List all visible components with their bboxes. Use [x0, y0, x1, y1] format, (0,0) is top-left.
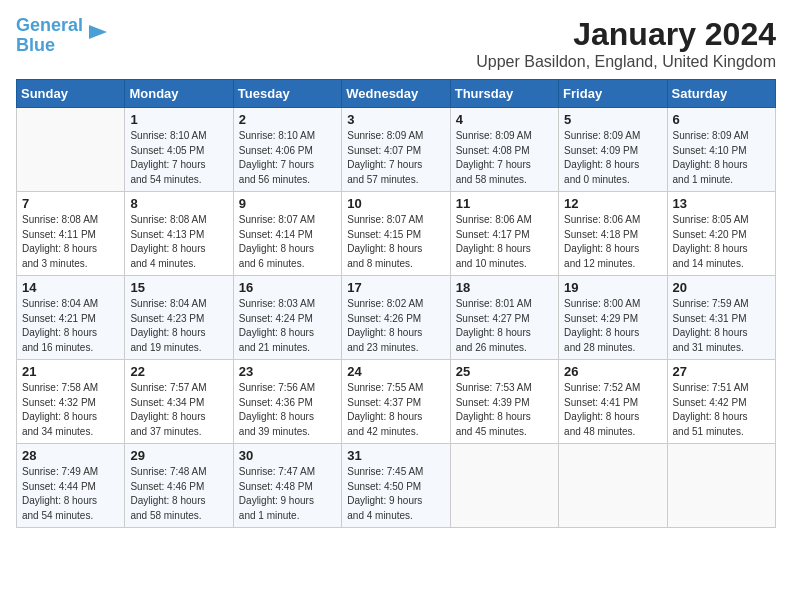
day-info: Sunrise: 8:09 AM Sunset: 4:07 PM Dayligh… — [347, 129, 444, 187]
day-info: Sunrise: 7:56 AM Sunset: 4:36 PM Dayligh… — [239, 381, 336, 439]
day-info: Sunrise: 7:48 AM Sunset: 4:46 PM Dayligh… — [130, 465, 227, 523]
day-header-friday: Friday — [559, 80, 667, 108]
day-info: Sunrise: 8:02 AM Sunset: 4:26 PM Dayligh… — [347, 297, 444, 355]
day-info: Sunrise: 8:06 AM Sunset: 4:17 PM Dayligh… — [456, 213, 553, 271]
logo: GeneralBlue — [16, 16, 109, 56]
day-info: Sunrise: 7:49 AM Sunset: 4:44 PM Dayligh… — [22, 465, 119, 523]
day-info: Sunrise: 7:58 AM Sunset: 4:32 PM Dayligh… — [22, 381, 119, 439]
day-info: Sunrise: 7:47 AM Sunset: 4:48 PM Dayligh… — [239, 465, 336, 523]
day-number: 10 — [347, 196, 444, 211]
calendar-cell: 5Sunrise: 8:09 AM Sunset: 4:09 PM Daylig… — [559, 108, 667, 192]
day-info: Sunrise: 8:08 AM Sunset: 4:13 PM Dayligh… — [130, 213, 227, 271]
day-info: Sunrise: 7:55 AM Sunset: 4:37 PM Dayligh… — [347, 381, 444, 439]
day-number: 15 — [130, 280, 227, 295]
day-info: Sunrise: 8:10 AM Sunset: 4:05 PM Dayligh… — [130, 129, 227, 187]
calendar-cell: 2Sunrise: 8:10 AM Sunset: 4:06 PM Daylig… — [233, 108, 341, 192]
day-number: 18 — [456, 280, 553, 295]
calendar-cell: 27Sunrise: 7:51 AM Sunset: 4:42 PM Dayli… — [667, 360, 775, 444]
calendar-cell — [559, 444, 667, 528]
day-number: 17 — [347, 280, 444, 295]
day-number: 22 — [130, 364, 227, 379]
calendar-cell: 30Sunrise: 7:47 AM Sunset: 4:48 PM Dayli… — [233, 444, 341, 528]
day-number: 30 — [239, 448, 336, 463]
day-number: 2 — [239, 112, 336, 127]
logo-text: GeneralBlue — [16, 16, 83, 56]
day-info: Sunrise: 8:09 AM Sunset: 4:10 PM Dayligh… — [673, 129, 770, 187]
calendar-cell: 10Sunrise: 8:07 AM Sunset: 4:15 PM Dayli… — [342, 192, 450, 276]
day-number: 24 — [347, 364, 444, 379]
day-header-thursday: Thursday — [450, 80, 558, 108]
calendar-cell: 18Sunrise: 8:01 AM Sunset: 4:27 PM Dayli… — [450, 276, 558, 360]
day-number: 25 — [456, 364, 553, 379]
day-number: 27 — [673, 364, 770, 379]
calendar-cell: 22Sunrise: 7:57 AM Sunset: 4:34 PM Dayli… — [125, 360, 233, 444]
calendar-week-row: 14Sunrise: 8:04 AM Sunset: 4:21 PM Dayli… — [17, 276, 776, 360]
svg-marker-0 — [89, 25, 107, 39]
day-info: Sunrise: 8:00 AM Sunset: 4:29 PM Dayligh… — [564, 297, 661, 355]
calendar-cell — [667, 444, 775, 528]
calendar-week-row: 7Sunrise: 8:08 AM Sunset: 4:11 PM Daylig… — [17, 192, 776, 276]
day-number: 21 — [22, 364, 119, 379]
calendar-cell — [450, 444, 558, 528]
day-info: Sunrise: 8:10 AM Sunset: 4:06 PM Dayligh… — [239, 129, 336, 187]
calendar-cell: 3Sunrise: 8:09 AM Sunset: 4:07 PM Daylig… — [342, 108, 450, 192]
calendar-cell: 12Sunrise: 8:06 AM Sunset: 4:18 PM Dayli… — [559, 192, 667, 276]
day-info: Sunrise: 8:07 AM Sunset: 4:15 PM Dayligh… — [347, 213, 444, 271]
day-header-tuesday: Tuesday — [233, 80, 341, 108]
calendar-cell: 29Sunrise: 7:48 AM Sunset: 4:46 PM Dayli… — [125, 444, 233, 528]
day-info: Sunrise: 7:52 AM Sunset: 4:41 PM Dayligh… — [564, 381, 661, 439]
logo-arrow-icon — [87, 21, 109, 43]
calendar-cell: 9Sunrise: 8:07 AM Sunset: 4:14 PM Daylig… — [233, 192, 341, 276]
calendar-cell: 15Sunrise: 8:04 AM Sunset: 4:23 PM Dayli… — [125, 276, 233, 360]
day-number: 11 — [456, 196, 553, 211]
day-number: 12 — [564, 196, 661, 211]
day-info: Sunrise: 7:51 AM Sunset: 4:42 PM Dayligh… — [673, 381, 770, 439]
day-number: 20 — [673, 280, 770, 295]
day-number: 23 — [239, 364, 336, 379]
day-info: Sunrise: 8:04 AM Sunset: 4:23 PM Dayligh… — [130, 297, 227, 355]
calendar-cell — [17, 108, 125, 192]
day-header-monday: Monday — [125, 80, 233, 108]
day-number: 4 — [456, 112, 553, 127]
calendar-cell: 6Sunrise: 8:09 AM Sunset: 4:10 PM Daylig… — [667, 108, 775, 192]
day-info: Sunrise: 8:05 AM Sunset: 4:20 PM Dayligh… — [673, 213, 770, 271]
day-number: 3 — [347, 112, 444, 127]
day-info: Sunrise: 8:09 AM Sunset: 4:09 PM Dayligh… — [564, 129, 661, 187]
calendar-cell: 25Sunrise: 7:53 AM Sunset: 4:39 PM Dayli… — [450, 360, 558, 444]
month-title: January 2024 — [476, 16, 776, 53]
calendar-cell: 8Sunrise: 8:08 AM Sunset: 4:13 PM Daylig… — [125, 192, 233, 276]
day-number: 13 — [673, 196, 770, 211]
day-info: Sunrise: 7:45 AM Sunset: 4:50 PM Dayligh… — [347, 465, 444, 523]
day-info: Sunrise: 8:03 AM Sunset: 4:24 PM Dayligh… — [239, 297, 336, 355]
day-header-wednesday: Wednesday — [342, 80, 450, 108]
calendar-week-row: 28Sunrise: 7:49 AM Sunset: 4:44 PM Dayli… — [17, 444, 776, 528]
calendar-cell: 7Sunrise: 8:08 AM Sunset: 4:11 PM Daylig… — [17, 192, 125, 276]
day-number: 9 — [239, 196, 336, 211]
calendar-header-row: SundayMondayTuesdayWednesdayThursdayFrid… — [17, 80, 776, 108]
day-info: Sunrise: 7:57 AM Sunset: 4:34 PM Dayligh… — [130, 381, 227, 439]
day-number: 31 — [347, 448, 444, 463]
day-number: 14 — [22, 280, 119, 295]
calendar-cell: 14Sunrise: 8:04 AM Sunset: 4:21 PM Dayli… — [17, 276, 125, 360]
calendar-cell: 17Sunrise: 8:02 AM Sunset: 4:26 PM Dayli… — [342, 276, 450, 360]
day-number: 8 — [130, 196, 227, 211]
location-subtitle: Upper Basildon, England, United Kingdom — [476, 53, 776, 71]
calendar-cell: 4Sunrise: 8:09 AM Sunset: 4:08 PM Daylig… — [450, 108, 558, 192]
calendar-week-row: 21Sunrise: 7:58 AM Sunset: 4:32 PM Dayli… — [17, 360, 776, 444]
page-header: GeneralBlue January 2024 Upper Basildon,… — [16, 16, 776, 71]
calendar-cell: 21Sunrise: 7:58 AM Sunset: 4:32 PM Dayli… — [17, 360, 125, 444]
calendar-cell: 31Sunrise: 7:45 AM Sunset: 4:50 PM Dayli… — [342, 444, 450, 528]
day-number: 7 — [22, 196, 119, 211]
calendar-cell: 1Sunrise: 8:10 AM Sunset: 4:05 PM Daylig… — [125, 108, 233, 192]
day-number: 16 — [239, 280, 336, 295]
calendar-cell: 24Sunrise: 7:55 AM Sunset: 4:37 PM Dayli… — [342, 360, 450, 444]
day-info: Sunrise: 8:09 AM Sunset: 4:08 PM Dayligh… — [456, 129, 553, 187]
calendar-cell: 16Sunrise: 8:03 AM Sunset: 4:24 PM Dayli… — [233, 276, 341, 360]
day-info: Sunrise: 8:01 AM Sunset: 4:27 PM Dayligh… — [456, 297, 553, 355]
day-number: 6 — [673, 112, 770, 127]
calendar-cell: 20Sunrise: 7:59 AM Sunset: 4:31 PM Dayli… — [667, 276, 775, 360]
title-block: January 2024 Upper Basildon, England, Un… — [476, 16, 776, 71]
day-info: Sunrise: 8:04 AM Sunset: 4:21 PM Dayligh… — [22, 297, 119, 355]
calendar-week-row: 1Sunrise: 8:10 AM Sunset: 4:05 PM Daylig… — [17, 108, 776, 192]
day-number: 29 — [130, 448, 227, 463]
